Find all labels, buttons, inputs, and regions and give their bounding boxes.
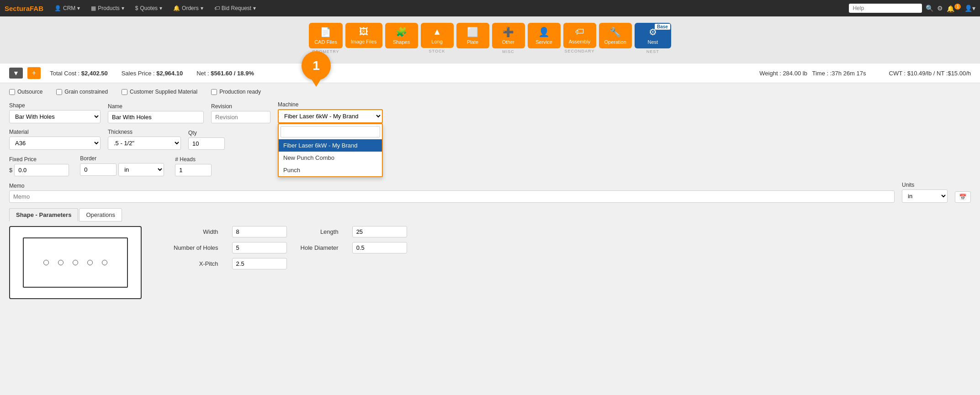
grain-checkbox[interactable] — [56, 89, 62, 95]
hole-diameter-input[interactable] — [352, 242, 407, 253]
toolbar-cad-files: 📄 CAD Files GEOMETRY — [309, 23, 343, 54]
operation-button[interactable]: 🔧 Operation — [599, 23, 632, 48]
other-button[interactable]: ➕ Other — [492, 23, 525, 48]
heads-label: # Heads — [175, 156, 212, 163]
hole-4 — [87, 260, 93, 265]
form-row-2: Material A36 Thickness .5 - 1/2" Qty — [9, 129, 971, 150]
units-label: Units — [902, 182, 948, 188]
nav-orders[interactable]: 🔔 Orders ▾ — [169, 3, 208, 13]
length-label: Length — [301, 228, 339, 235]
machine-option-new-punch-combo[interactable]: New Punch Combo — [279, 152, 382, 164]
operation-icon: 🔧 — [609, 26, 621, 37]
thickness-group: Thickness .5 - 1/2" — [108, 129, 181, 150]
material-select[interactable]: A36 — [9, 137, 101, 150]
num-holes-input[interactable] — [232, 242, 287, 253]
cad-files-button[interactable]: 📄 CAD Files — [309, 23, 343, 48]
cad-files-icon: 📄 — [320, 26, 331, 37]
machine-label: Machine — [278, 101, 383, 108]
tag-icon: 🏷 — [214, 5, 220, 11]
form-row-1: Shape Bar With Holes Name Revision Machi… — [9, 101, 971, 123]
num-holes-label: Number of Holes — [174, 244, 218, 251]
name-label: Name — [108, 103, 204, 110]
holes-row — [43, 260, 107, 265]
nav-crm[interactable]: 👤 CRM ▾ — [50, 3, 85, 13]
fixed-price-group: Fixed Price $ — [9, 156, 69, 176]
xpitch-input[interactable] — [232, 258, 287, 269]
help-search[interactable] — [849, 4, 922, 13]
production-ready-checkbox[interactable] — [211, 89, 217, 95]
machine-option-fiber-laser[interactable]: Fiber Laser 6kW - My Brand — [279, 139, 382, 152]
customer-supplied-checkbox-label[interactable]: Customer Supplied Material — [122, 89, 197, 95]
cwt-value: $10.49/lb / NT :$15.00/h — [907, 70, 971, 77]
form-row-3: Fixed Price $ Border in # Heads — [9, 155, 971, 176]
name-group: Name — [108, 103, 204, 123]
revision-input[interactable] — [211, 111, 270, 123]
units-select[interactable]: in — [902, 190, 948, 203]
dollar-icon: $ — [135, 5, 138, 11]
toolbar: 📄 CAD Files GEOMETRY 🖼 Image Files 🧩 Sha… — [0, 23, 980, 54]
calendar-button[interactable]: 📅 — [955, 191, 971, 203]
nav-right: 🔍 ⚙ 🔔1 👤▾ — [849, 4, 975, 13]
service-button[interactable]: 👤 Service — [528, 23, 561, 48]
tab-shape-parameters[interactable]: Shape - Parameters — [9, 208, 78, 221]
calendar-icon: 📅 — [959, 194, 967, 200]
grain-checkbox-label[interactable]: Grain constrained — [56, 89, 108, 95]
length-input[interactable] — [352, 226, 407, 237]
checkboxes-row: Outsource Grain constrained Customer Sup… — [9, 89, 971, 95]
image-files-button[interactable]: 🖼 Image Files — [345, 23, 382, 48]
time-label: Time : — [812, 70, 828, 77]
params-section: Width Length Number of Holes Hole Diamet… — [174, 226, 407, 269]
machine-group: Machine Fiber Laser 6kW - My Brand Fiber… — [278, 101, 383, 123]
sales-price-value: $2,964.10 — [156, 70, 183, 77]
settings-icon[interactable]: ⚙ — [937, 5, 943, 12]
brand: SecturaFAB — [5, 5, 43, 12]
other-icon: ➕ — [503, 26, 514, 37]
qty-label: Qty — [188, 130, 225, 136]
hole-2 — [58, 260, 64, 265]
shape-select[interactable]: Bar With Holes — [9, 110, 101, 123]
thickness-select[interactable]: .5 - 1/2" — [108, 137, 181, 150]
nav-quotes[interactable]: $ Quotes ▾ — [131, 3, 167, 13]
nav-bid-request[interactable]: 🏷 Bid Request ▾ — [210, 3, 260, 13]
xpitch-label: X-Pitch — [174, 260, 218, 267]
heads-input[interactable] — [175, 164, 212, 176]
production-ready-checkbox-label[interactable]: Production ready — [211, 89, 261, 95]
cwt-label: CWT : — [889, 70, 906, 77]
border-unit-select[interactable]: in — [118, 163, 164, 176]
border-label: Border — [80, 155, 164, 162]
hole-1 — [43, 260, 49, 265]
plate-button[interactable]: ⬜ Plate — [456, 23, 489, 48]
assembly-button[interactable]: 🏷 Assembly — [563, 23, 596, 48]
customer-supplied-checkbox[interactable] — [122, 89, 127, 95]
name-input[interactable] — [108, 111, 204, 123]
search-icon[interactable]: 🔍 — [926, 5, 933, 12]
service-icon: 👤 — [538, 26, 550, 37]
user-menu-icon[interactable]: 👤▾ — [964, 5, 975, 12]
notification-bell-icon[interactable]: 🔔1 — [947, 4, 961, 12]
add-button[interactable]: + — [27, 67, 41, 79]
long-button[interactable]: ▲ Long — [421, 23, 454, 48]
shapes-button[interactable]: 🧩 Shapes — [385, 23, 418, 48]
fixed-price-input[interactable] — [14, 164, 69, 176]
outsource-checkbox[interactable] — [9, 89, 15, 95]
person-icon: 👤 — [54, 5, 61, 11]
top-nav: SecturaFAB 👤 CRM ▾ ▦ Products ▾ $ Quotes… — [0, 0, 980, 16]
width-input[interactable] — [232, 226, 287, 237]
shape-preview — [9, 226, 142, 299]
outsource-checkbox-label[interactable]: Outsource — [9, 89, 42, 95]
nav-products[interactable]: ▦ Products ▾ — [86, 3, 128, 13]
qty-input[interactable] — [188, 137, 225, 150]
tab-operations[interactable]: Operations — [79, 208, 122, 221]
net-label: Net : — [196, 70, 209, 77]
hole-5 — [102, 260, 107, 265]
memo-input[interactable] — [9, 190, 895, 203]
border-input[interactable] — [80, 163, 117, 176]
expand-button[interactable]: ▼ — [9, 68, 23, 79]
notification-badge: 1 — [954, 4, 961, 10]
material-group: Material A36 — [9, 129, 101, 150]
sales-price-label: Sales Price : — [122, 70, 155, 77]
main-content: Outsource Grain constrained Customer Sup… — [0, 83, 980, 305]
machine-option-punch[interactable]: Punch — [279, 164, 382, 176]
machine-select[interactable]: Fiber Laser 6kW - My Brand — [278, 109, 383, 123]
machine-search-input[interactable] — [281, 126, 380, 137]
